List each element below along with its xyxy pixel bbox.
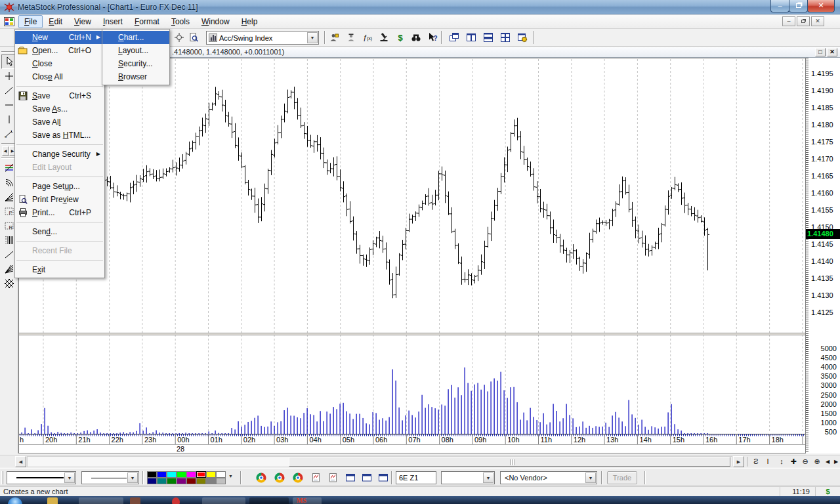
taskbar-button[interactable] [79,497,123,504]
window-minimize-button[interactable]: – [770,0,789,12]
vendor-arrow-icon[interactable]: ▼ [585,472,596,483]
file-menu-item-open[interactable]: Open...Ctrl+O [15,44,104,57]
trade-button[interactable]: Trade [607,471,637,484]
palette-color-ffff00[interactable] [206,471,216,478]
palette-color-ff0000[interactable] [196,471,206,478]
mdi-restore-button[interactable] [797,16,810,26]
file-menu-item-save[interactable]: SaveCtrl+S [15,89,104,102]
context-help-icon[interactable]: ? [425,30,440,45]
menu-view[interactable]: View [68,15,97,28]
new-submenu-item-browser[interactable]: Browser [102,70,169,83]
file-menu-item-exit[interactable]: Exit [15,263,104,276]
workspace-icon[interactable] [515,30,530,45]
file-menu-item-save-as[interactable]: Save As... [15,102,104,116]
expert-advisor-icon[interactable] [344,30,358,45]
mdi-close-button[interactable]: ✕ [811,16,824,26]
taskbar-icon[interactable] [130,497,140,504]
mdi-minimize-button[interactable]: – [782,16,795,26]
tile-quad-icon[interactable] [498,30,513,45]
taskbar-icon[interactable] [47,497,58,504]
menu-file[interactable]: File [18,15,43,28]
page-chart-icon[interactable] [327,471,340,484]
palette-dropdown-arrow-icon[interactable]: ▼ [228,474,233,478]
ball-icon[interactable] [291,471,304,484]
combo-dropdown-arrow-icon[interactable]: ▼ [307,32,318,43]
page-chart-icon[interactable] [310,471,323,484]
file-menu-item-close[interactable]: Close [15,57,104,70]
palette-color-008080[interactable] [157,478,167,484]
menu-edit[interactable]: Edit [43,15,68,28]
file-menu-item-close-all[interactable]: Close All [15,70,104,83]
chart-maximize-button[interactable]: □ [815,48,826,56]
palette-color-808000[interactable] [196,478,206,484]
palette-color-00ffff[interactable] [167,471,177,478]
palette-color-808080[interactable] [206,478,216,484]
file-menu-item-print-preview[interactable]: Print Preview [15,193,104,206]
explorer-binoculars-icon[interactable] [409,30,423,45]
chart-close-button[interactable]: ✕ [827,48,837,56]
new-submenu-item-layout[interactable]: Layout... [102,44,169,57]
line-weight-dropdown[interactable]: ▼ [81,471,139,484]
line-style-arrow-icon[interactable]: ▼ [64,472,75,483]
new-submenu-item-security[interactable]: Security... [102,57,169,70]
taskbar-button[interactable] [249,497,289,504]
scroll-back-button[interactable]: ◀ [2,146,9,156]
mini-window-icon[interactable] [360,471,373,484]
palette-color-008000[interactable] [167,478,177,484]
move-chart-icon[interactable]: ✚ [788,456,799,467]
tile-horizontal-icon[interactable] [481,30,495,45]
cascade-windows-icon[interactable] [447,30,461,45]
palette-color-800080[interactable] [177,478,186,484]
palette-color-c0c0c0[interactable] [216,478,226,484]
ball-icon[interactable] [255,471,268,484]
palette-color-800000[interactable] [186,478,196,484]
vendor-dropdown[interactable]: <No Vendor> ▼ [500,471,597,484]
rescale-icon[interactable]: Ƨ [750,456,762,467]
line-style-dropdown[interactable]: ▼ [7,471,76,484]
window-restore-button[interactable] [789,0,808,12]
file-menu-item-save-as-html[interactable]: Save as HTML... [15,129,104,142]
menu-insert[interactable]: Insert [97,15,129,28]
mini-window-icon[interactable] [344,471,357,484]
menu-window[interactable]: Window [196,15,236,28]
taskbar-button[interactable] [202,497,245,504]
symbol-input[interactable] [396,471,436,484]
period-dropdown[interactable]: ▼ [441,471,495,484]
scroll-left-button[interactable]: ◀ [15,456,26,467]
expand-vertical-icon[interactable]: ↕ [776,456,788,467]
file-menu-item-new[interactable]: NewCtrl+N▶ [15,31,104,44]
menu-format[interactable]: Format [129,15,165,28]
palette-color-ffffff[interactable] [216,471,226,478]
dollar-icon[interactable]: $ [394,30,408,45]
system-tester-icon[interactable] [377,30,391,45]
chart-canvas[interactable]: h20h21h22h23h00h01h02h03h04h05h06h07h08h… [18,58,805,453]
menu-help[interactable]: Help [236,15,264,28]
text-cursor-icon[interactable]: I [762,456,774,467]
indicator-builder-icon[interactable]: ƒ(x) [360,30,375,45]
palette-color-00ff00[interactable] [177,471,186,478]
new-submenu-item-chart[interactable]: Chart... [102,31,169,44]
gann-grid-tool[interactable] [1,276,17,291]
toolbar-grip[interactable] [1,471,3,484]
focus-icon[interactable] [172,30,186,45]
file-menu-item-page-setup[interactable]: Page Setup... [15,180,104,193]
scrollbar-thumb[interactable] [289,457,730,467]
palette-color-000080[interactable] [147,478,157,484]
file-menu-item-print[interactable]: Print...Ctrl+P [15,206,104,219]
ball-icon[interactable] [273,471,286,484]
indicator-quicklist[interactable]: Acc/Swing Index ▼ [206,31,319,45]
line-weight-arrow-icon[interactable]: ▼ [127,472,138,483]
menu-tools[interactable]: Tools [165,15,196,28]
window-close-button[interactable]: ✕ [807,0,835,12]
palette-color-000000[interactable] [147,471,157,478]
zoom-page-icon[interactable] [186,30,201,45]
tile-vertical-icon[interactable] [464,30,478,45]
price-axis[interactable]: 1.41480 1.41951.41901.41851.41801.41751.… [805,58,840,453]
file-menu-item-save-all[interactable]: Save All [15,116,104,129]
period-arrow-icon[interactable]: ▼ [483,472,494,483]
taskbar-icon[interactable] [172,497,180,504]
windows-taskbar[interactable]: MS [0,496,840,504]
guru-icon[interactable] [327,30,341,45]
start-orb-icon[interactable] [8,497,22,504]
file-menu-item-send[interactable]: Send... [15,225,104,238]
